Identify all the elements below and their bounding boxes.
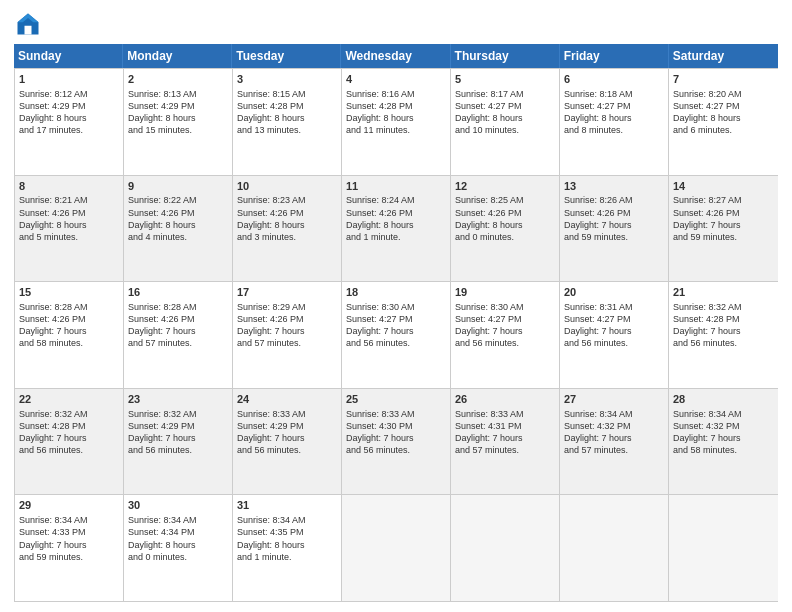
cal-cell: 8Sunrise: 8:21 AMSunset: 4:26 PMDaylight… — [15, 176, 124, 282]
cell-line: Sunrise: 8:17 AM — [455, 88, 555, 100]
cell-line: Daylight: 8 hours — [128, 219, 228, 231]
cell-line: Sunset: 4:29 PM — [128, 100, 228, 112]
calendar-row-3: 15Sunrise: 8:28 AMSunset: 4:26 PMDayligh… — [15, 281, 778, 388]
calendar-row-1: 1Sunrise: 8:12 AMSunset: 4:29 PMDaylight… — [15, 68, 778, 175]
cell-line: and 56 minutes. — [128, 444, 228, 456]
cell-line: Sunset: 4:30 PM — [346, 420, 446, 432]
day-number: 21 — [673, 285, 774, 300]
cell-line: Sunset: 4:27 PM — [564, 313, 664, 325]
cell-line: Daylight: 8 hours — [19, 219, 119, 231]
cell-line: Daylight: 8 hours — [19, 112, 119, 124]
cell-line: and 13 minutes. — [237, 124, 337, 136]
cell-line: Sunrise: 8:34 AM — [237, 514, 337, 526]
cell-line: Daylight: 7 hours — [564, 219, 664, 231]
day-number: 13 — [564, 179, 664, 194]
cell-line: and 4 minutes. — [128, 231, 228, 243]
cal-cell: 21Sunrise: 8:32 AMSunset: 4:28 PMDayligh… — [669, 282, 778, 388]
cell-line: Daylight: 7 hours — [19, 325, 119, 337]
cell-line: and 0 minutes. — [128, 551, 228, 563]
day-number: 19 — [455, 285, 555, 300]
cell-line: Sunset: 4:34 PM — [128, 526, 228, 538]
day-number: 11 — [346, 179, 446, 194]
cell-line: Daylight: 7 hours — [128, 432, 228, 444]
day-number: 23 — [128, 392, 228, 407]
day-number: 15 — [19, 285, 119, 300]
header-tuesday: Tuesday — [232, 44, 341, 68]
cell-line: Sunset: 4:29 PM — [237, 420, 337, 432]
cell-line: Sunset: 4:31 PM — [455, 420, 555, 432]
cell-line: Sunrise: 8:32 AM — [673, 301, 774, 313]
cell-line: Daylight: 7 hours — [237, 325, 337, 337]
cal-cell: 16Sunrise: 8:28 AMSunset: 4:26 PMDayligh… — [124, 282, 233, 388]
cell-line: Sunset: 4:32 PM — [564, 420, 664, 432]
calendar-body: 1Sunrise: 8:12 AMSunset: 4:29 PMDaylight… — [14, 68, 778, 602]
cell-line: and 1 minute. — [237, 551, 337, 563]
cell-line: Sunset: 4:26 PM — [673, 207, 774, 219]
cell-line: Sunrise: 8:22 AM — [128, 194, 228, 206]
cal-cell: 5Sunrise: 8:17 AMSunset: 4:27 PMDaylight… — [451, 69, 560, 175]
calendar-header: SundayMondayTuesdayWednesdayThursdayFrid… — [14, 44, 778, 68]
cell-line: and 58 minutes. — [19, 337, 119, 349]
cell-line: Daylight: 8 hours — [346, 112, 446, 124]
cell-line: and 6 minutes. — [673, 124, 774, 136]
cal-cell: 7Sunrise: 8:20 AMSunset: 4:27 PMDaylight… — [669, 69, 778, 175]
day-number: 26 — [455, 392, 555, 407]
cell-line: and 1 minute. — [346, 231, 446, 243]
cell-line: and 59 minutes. — [673, 231, 774, 243]
cal-cell — [560, 495, 669, 601]
cell-line: and 10 minutes. — [455, 124, 555, 136]
cell-line: Daylight: 8 hours — [128, 112, 228, 124]
cell-line: Sunset: 4:27 PM — [346, 313, 446, 325]
cell-line: Sunset: 4:26 PM — [564, 207, 664, 219]
cal-cell: 26Sunrise: 8:33 AMSunset: 4:31 PMDayligh… — [451, 389, 560, 495]
cell-line: and 57 minutes. — [128, 337, 228, 349]
cell-line: and 57 minutes. — [237, 337, 337, 349]
header-sunday: Sunday — [14, 44, 123, 68]
cell-line: Sunrise: 8:24 AM — [346, 194, 446, 206]
cell-line: Sunrise: 8:28 AM — [128, 301, 228, 313]
cell-line: Sunrise: 8:15 AM — [237, 88, 337, 100]
day-number: 2 — [128, 72, 228, 87]
calendar-row-5: 29Sunrise: 8:34 AMSunset: 4:33 PMDayligh… — [15, 494, 778, 601]
cal-cell: 14Sunrise: 8:27 AMSunset: 4:26 PMDayligh… — [669, 176, 778, 282]
cal-cell: 25Sunrise: 8:33 AMSunset: 4:30 PMDayligh… — [342, 389, 451, 495]
cell-line: and 57 minutes. — [564, 444, 664, 456]
cell-line: Sunset: 4:27 PM — [455, 100, 555, 112]
cell-line: Sunset: 4:26 PM — [19, 207, 119, 219]
cell-line: Sunrise: 8:31 AM — [564, 301, 664, 313]
cell-line: Sunrise: 8:30 AM — [346, 301, 446, 313]
day-number: 10 — [237, 179, 337, 194]
cal-cell: 13Sunrise: 8:26 AMSunset: 4:26 PMDayligh… — [560, 176, 669, 282]
cell-line: Daylight: 7 hours — [564, 432, 664, 444]
cal-cell: 20Sunrise: 8:31 AMSunset: 4:27 PMDayligh… — [560, 282, 669, 388]
cell-line: Sunset: 4:27 PM — [673, 100, 774, 112]
cell-line: and 56 minutes. — [237, 444, 337, 456]
cal-cell — [451, 495, 560, 601]
cell-line: and 3 minutes. — [237, 231, 337, 243]
cal-cell: 10Sunrise: 8:23 AMSunset: 4:26 PMDayligh… — [233, 176, 342, 282]
cell-line: Sunrise: 8:34 AM — [19, 514, 119, 526]
cell-line: Sunrise: 8:33 AM — [237, 408, 337, 420]
cal-cell: 30Sunrise: 8:34 AMSunset: 4:34 PMDayligh… — [124, 495, 233, 601]
cell-line: Sunset: 4:26 PM — [346, 207, 446, 219]
cell-line: and 5 minutes. — [19, 231, 119, 243]
day-number: 27 — [564, 392, 664, 407]
cell-line: and 58 minutes. — [673, 444, 774, 456]
day-number: 29 — [19, 498, 119, 513]
cell-line: Daylight: 7 hours — [564, 325, 664, 337]
cell-line: and 56 minutes. — [455, 337, 555, 349]
cell-line: Daylight: 7 hours — [128, 325, 228, 337]
day-number: 16 — [128, 285, 228, 300]
cell-line: Sunset: 4:29 PM — [128, 420, 228, 432]
cal-cell: 2Sunrise: 8:13 AMSunset: 4:29 PMDaylight… — [124, 69, 233, 175]
cal-cell: 24Sunrise: 8:33 AMSunset: 4:29 PMDayligh… — [233, 389, 342, 495]
cal-cell: 19Sunrise: 8:30 AMSunset: 4:27 PMDayligh… — [451, 282, 560, 388]
cell-line: Sunset: 4:28 PM — [346, 100, 446, 112]
cal-cell: 17Sunrise: 8:29 AMSunset: 4:26 PMDayligh… — [233, 282, 342, 388]
cell-line: Sunrise: 8:34 AM — [128, 514, 228, 526]
cell-line: Daylight: 7 hours — [455, 325, 555, 337]
cal-cell: 22Sunrise: 8:32 AMSunset: 4:28 PMDayligh… — [15, 389, 124, 495]
day-number: 4 — [346, 72, 446, 87]
cell-line: and 11 minutes. — [346, 124, 446, 136]
cell-line: and 17 minutes. — [19, 124, 119, 136]
